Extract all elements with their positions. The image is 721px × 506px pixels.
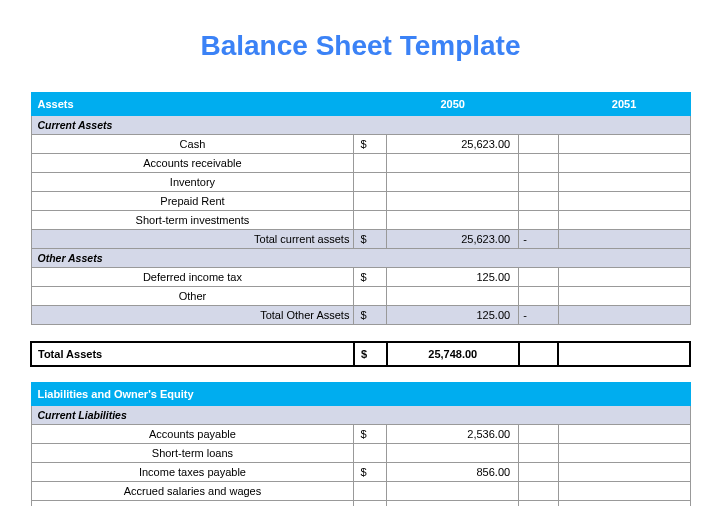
cell-value: 25,623.00 bbox=[387, 135, 519, 154]
total-other-assets: Total Other Assets $ 125.00 - bbox=[31, 306, 690, 325]
row-label: Cash bbox=[31, 135, 354, 154]
row-label: Accrued salaries and wages bbox=[31, 482, 354, 501]
table-row: Accounts receivable bbox=[31, 154, 690, 173]
table-row: Unearned revenue bbox=[31, 501, 690, 507]
row-label: Deferred income tax bbox=[31, 268, 354, 287]
balance-sheet-table: Assets 2050 2051 Current Assets Cash $ 2… bbox=[30, 92, 691, 506]
section-header-assets: Assets 2050 2051 bbox=[31, 93, 690, 116]
subsection-current-liabilities: Current Liabilities bbox=[31, 406, 690, 425]
table-row: Inventory bbox=[31, 173, 690, 192]
currency-symbol: $ bbox=[354, 268, 387, 287]
dash-placeholder: - bbox=[519, 230, 559, 249]
section-title: Assets bbox=[31, 93, 354, 116]
table-row: Deferred income tax $ 125.00 bbox=[31, 268, 690, 287]
row-label: Income taxes payable bbox=[31, 463, 354, 482]
dash-placeholder: - bbox=[519, 306, 559, 325]
table-row: Other bbox=[31, 287, 690, 306]
table-row: Short-term investments bbox=[31, 211, 690, 230]
cell-value: 25,748.00 bbox=[387, 342, 519, 366]
row-label: Accounts payable bbox=[31, 425, 354, 444]
table-row: Short-term loans bbox=[31, 444, 690, 463]
total-assets: Total Assets $ 25,748.00 bbox=[31, 342, 690, 366]
row-label: Inventory bbox=[31, 173, 354, 192]
table-row: Cash $ 25,623.00 bbox=[31, 135, 690, 154]
subsection-other-assets: Other Assets bbox=[31, 249, 690, 268]
cell-value: 2,536.00 bbox=[387, 425, 519, 444]
year-1: 2050 bbox=[387, 93, 519, 116]
page-title: Balance Sheet Template bbox=[30, 30, 691, 62]
cell-value: 125.00 bbox=[387, 268, 519, 287]
year-2: 2051 bbox=[558, 93, 690, 116]
table-row: Prepaid Rent bbox=[31, 192, 690, 211]
currency-symbol: $ bbox=[354, 425, 387, 444]
row-label: Short-term investments bbox=[31, 211, 354, 230]
section-title: Liabilities and Owner's Equity bbox=[31, 383, 690, 406]
cell-value: 125.00 bbox=[387, 306, 519, 325]
total-current-assets: Total current assets $ 25,623.00 - bbox=[31, 230, 690, 249]
currency-symbol: $ bbox=[354, 342, 387, 366]
row-label: Accounts receivable bbox=[31, 154, 354, 173]
table-row: Accounts payable $ 2,536.00 bbox=[31, 425, 690, 444]
currency-symbol: $ bbox=[354, 230, 387, 249]
total-label: Total Other Assets bbox=[31, 306, 354, 325]
row-label: Unearned revenue bbox=[31, 501, 354, 507]
cell-value: 25,623.00 bbox=[387, 230, 519, 249]
currency-symbol: $ bbox=[354, 463, 387, 482]
currency-symbol: $ bbox=[354, 306, 387, 325]
grand-total-label: Total Assets bbox=[31, 342, 354, 366]
subsection-current-assets: Current Assets bbox=[31, 116, 690, 135]
table-row: Income taxes payable $ 856.00 bbox=[31, 463, 690, 482]
total-label: Total current assets bbox=[31, 230, 354, 249]
cell-value: 856.00 bbox=[387, 463, 519, 482]
currency-symbol: $ bbox=[354, 135, 387, 154]
table-row: Accrued salaries and wages bbox=[31, 482, 690, 501]
row-label: Short-term loans bbox=[31, 444, 354, 463]
row-label: Other bbox=[31, 287, 354, 306]
row-label: Prepaid Rent bbox=[31, 192, 354, 211]
section-header-liabilities: Liabilities and Owner's Equity bbox=[31, 383, 690, 406]
